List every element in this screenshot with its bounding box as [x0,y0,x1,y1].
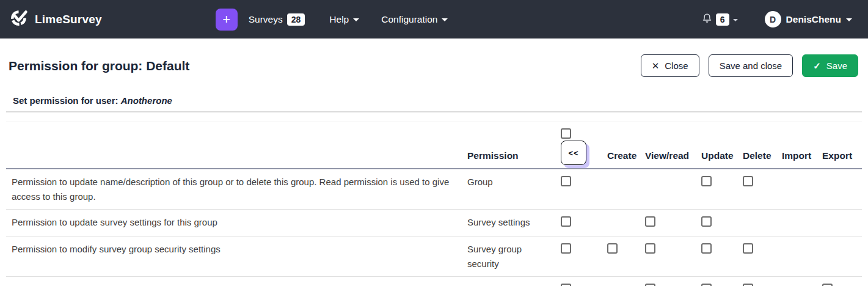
view-read-cell [639,210,695,236]
page-title: Permission for group: Default [9,59,189,73]
avatar: D [765,11,781,28]
save-and-close-label: Save and close [720,61,782,71]
chevron-down-icon [442,18,448,21]
top-navbar: LimeSurvey + Surveys 28 Help Configurati… [0,0,868,38]
delete-checkbox[interactable] [743,176,753,186]
all-checkbox[interactable] [561,176,571,186]
description-column-header [6,161,461,168]
export-cell [816,277,862,286]
update-cell [695,210,737,236]
save-button-label: Save [826,61,847,71]
table-row: Permission to access surveys in this gro… [6,277,862,286]
permission-entity: Survey group security [461,237,555,276]
create-column-header: Create [601,150,639,168]
create-cell [601,277,639,286]
delete-column-header: Delete [737,150,776,168]
collapse-columns-button[interactable]: << [561,141,586,165]
create-cell [601,210,639,236]
export-cell [816,169,862,209]
all-cell [555,169,601,209]
update-cell [695,169,737,209]
delete-checkbox[interactable] [743,284,753,286]
nav-help-dropdown[interactable]: Help [329,14,359,25]
import-cell [776,169,816,209]
export-checkbox[interactable] [822,284,833,286]
configuration-label: Configuration [381,14,437,25]
surveys-label: Surveys [249,14,283,25]
close-icon: ✕ [652,61,660,70]
save-and-close-button[interactable]: Save and close [709,54,793,77]
limesurvey-logo[interactable]: LimeSurvey [9,8,102,31]
nav-surveys[interactable]: Surveys 28 [249,13,305,26]
view-read-column-header: View/read [639,150,695,168]
create-cell [601,169,639,209]
update-checkbox[interactable] [701,216,712,227]
view-read-checkbox[interactable] [645,216,655,227]
update-column-header: Update [695,150,737,168]
permissions-table: Permission << Create View/read Update De… [6,122,862,286]
table-header-row: Permission << Create View/read Update De… [6,122,862,169]
all-checkbox[interactable] [561,284,571,286]
chevron-down-icon [846,18,852,21]
import-cell [776,237,816,276]
check-icon: ✓ [813,61,821,70]
import-cell [776,277,816,286]
permission-description: Permission to modify survey group securi… [6,237,461,276]
export-cell [816,237,862,276]
surveys-count-badge: 28 [287,13,305,26]
subheader-label: Set permission for user: [13,95,119,106]
select-all-checkbox[interactable] [561,128,571,139]
table-row: Permission to modify survey group securi… [6,237,862,277]
divider [6,111,862,112]
update-checkbox[interactable] [701,176,712,186]
help-label: Help [329,14,349,25]
update-cell [695,277,737,286]
all-checkbox[interactable] [561,243,571,254]
delete-cell [737,169,776,209]
header-actions: ✕ Close Save and close ✓ Save [641,54,858,77]
bell-icon [702,12,712,26]
set-permission-subheader: Set permission for user: Anotherone [0,77,868,111]
delete-checkbox[interactable] [743,243,753,254]
notification-count-badge: 6 [716,13,729,26]
close-button[interactable]: ✕ Close [641,54,699,77]
nav-configuration-dropdown[interactable]: Configuration [381,14,448,25]
notifications-dropdown[interactable]: 6 [702,12,738,26]
import-column-header: Import [776,150,816,168]
update-checkbox[interactable] [701,284,712,286]
export-cell [816,210,862,236]
view-read-checkbox[interactable] [645,243,655,254]
create-checkbox[interactable] [607,243,618,254]
permissions-table-body: Permission to update name/description of… [6,169,862,286]
view-read-checkbox[interactable] [645,284,655,286]
permission-column-header: Permission [461,150,555,168]
chevron-down-icon [353,18,359,21]
view-read-cell [639,277,695,286]
all-cell [555,210,601,236]
table-row: Permission to update survey settings for… [6,210,862,237]
subheader-username: Anotherone [121,95,172,106]
user-menu-dropdown[interactable]: D DenisChenu [765,11,852,28]
table-row: Permission to update name/description of… [6,169,862,210]
export-column-header: Export [816,150,862,168]
close-button-label: Close [665,61,688,71]
view-read-cell [639,169,695,209]
all-checkbox[interactable] [561,216,571,227]
update-checkbox[interactable] [701,243,712,254]
create-cell [601,237,639,276]
save-button[interactable]: ✓ Save [802,54,858,77]
page-header: Permission for group: Default ✕ Close Sa… [0,38,868,77]
all-cell [555,277,601,286]
create-survey-button[interactable]: + [216,9,238,31]
permission-entity: Survey settings [461,210,555,236]
permission-description: Permission to access surveys in this gro… [6,277,461,286]
delete-cell [737,210,776,236]
permission-entity: Group [461,169,555,209]
brand-name: LimeSurvey [35,13,102,26]
permission-description: Permission to update survey settings for… [6,210,461,236]
delete-cell [737,237,776,276]
update-cell [695,237,737,276]
permission-description: Permission to update name/description of… [6,169,461,209]
select-all-column-header: << [555,128,601,168]
import-cell [776,210,816,236]
